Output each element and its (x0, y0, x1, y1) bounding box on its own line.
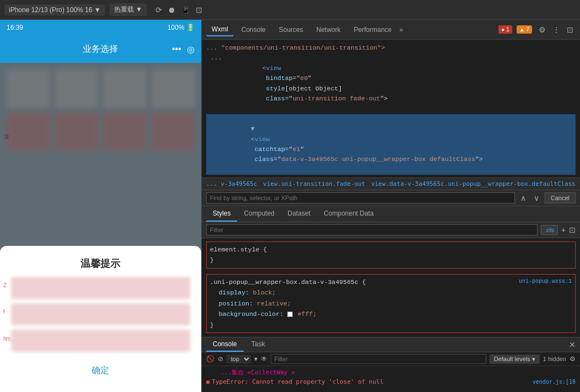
phone-status-bar: 16:39 100% 🔋 (0, 20, 201, 35)
modal-row-3 (11, 330, 190, 352)
console-eye-icon[interactable]: 👁 (261, 355, 267, 363)
xml-line-3-selected[interactable]: ▼ <view catchtap="e1" class="data-v-3a49… (206, 114, 576, 175)
styles-panel: Styles Computed Dataset Component Data .… (202, 206, 580, 337)
css-source-link-2[interactable]: uni-popup.wxss:1 (519, 277, 572, 286)
xml-code-area[interactable]: ... "components/uni-transition/uni-trans… (202, 40, 580, 178)
console-error-text: TypeError: Cannot read property 'close' … (212, 378, 383, 387)
console-context-select[interactable]: top (227, 355, 251, 363)
tab-wxml[interactable]: Wxml (206, 23, 234, 36)
device-label-text: iPhone 12/13 (Pro) 100% 16 ▼ (9, 6, 101, 14)
css-prop-background-color: background-color: #fff; (219, 309, 572, 320)
find-prev-button[interactable]: ∧ (518, 192, 528, 203)
css-selector-line-1: element.style { (210, 244, 572, 255)
styles-tabs: Styles Computed Dataset Component Data (202, 206, 580, 222)
css-close-brace-2: } (210, 320, 572, 331)
hotkey-button[interactable]: 热重载 ▼ (110, 3, 147, 16)
css-selector-line-2: uni-popup.wxss:1 .uni-popup__wrapper-box… (210, 277, 572, 288)
breadcrumb-bar: ... v-3a49565c view.uni-transition.fade-… (202, 178, 580, 190)
undock-icon[interactable]: ⊡ (567, 25, 573, 34)
toolbar-icons: ⟳ ⏺ 📱 ⊡ (155, 6, 202, 14)
phone-time: 16:39 (7, 24, 23, 31)
console-log-area: ...集合 <CollectWay > ● TypeError: Cannot … (202, 366, 580, 392)
modal-confirm-button[interactable]: 确定 (11, 361, 190, 381)
warning-count-badge: ▲ 7 (517, 25, 532, 34)
phone-header: 业务选择 ••• ◎ (0, 35, 201, 63)
console-dropdown-icon[interactable]: ▾ (254, 355, 257, 363)
css-rule-popup-wrapper: uni-popup.wxss:1 .uni-popup__wrapper-box… (206, 274, 576, 334)
devtools-panel: Wxml Console Sources Network Performance… (202, 20, 580, 392)
devtools-nav: Wxml Console Sources Network Performance… (202, 20, 580, 40)
error-count-badge: ● 1 (498, 25, 512, 34)
refresh-icon[interactable]: ⟳ (155, 6, 162, 14)
tab-component-data[interactable]: Component Data (317, 206, 380, 222)
record-icon[interactable]: ⏺ (168, 6, 175, 14)
target-icon[interactable]: ◎ (187, 44, 195, 55)
device-selector[interactable]: iPhone 12/13 (Pro) 100% 16 ▼ (4, 4, 105, 15)
modal-row-1 (11, 277, 190, 299)
modal-row-2 (11, 303, 190, 325)
console-toolbar: 🚫 ⊘ top ▾ 👁 Default levels ▾ 1 hidden ⚙ (202, 352, 580, 366)
console-clear-icon[interactable]: 🚫 (206, 355, 214, 363)
console-log-line-1: ...集合 <CollectWay > (206, 368, 576, 378)
styles-filter-input[interactable] (206, 224, 538, 235)
top-toolbar: iPhone 12/13 (Pro) 100% 16 ▼ 热重载 ▼ ⟳ ⏺ 📱… (0, 0, 580, 20)
split-icon[interactable]: ⊡ (196, 6, 202, 14)
console-error-line-1: ● TypeError: Cannot read property 'close… (206, 378, 576, 387)
console-settings-icon[interactable]: ⚙ (570, 355, 576, 363)
breadcrumb-item-3[interactable]: view.data-v-3a49565c.uni-popup__wrapper-… (371, 180, 576, 187)
tab-dataset[interactable]: Dataset (281, 206, 317, 222)
find-bar: ∧ ∨ Cancel (202, 190, 580, 206)
styles-filter-bar: .cls + ⊡ (202, 222, 580, 238)
find-input[interactable] (206, 192, 515, 203)
xml-line-2: ... <view bindtap="e0" style[object Obje… (206, 53, 576, 114)
css-rule-element-style: element.style { } (206, 241, 576, 269)
css-rules-area[interactable]: element.style { } uni-popup.wxss:1 .uni-… (202, 238, 580, 337)
color-swatch-fff[interactable] (287, 312, 293, 317)
more-options-icon[interactable]: ⋮ (552, 25, 560, 34)
cls-button[interactable]: .cls (541, 225, 558, 235)
breadcrumb-item-2[interactable]: view.uni-transition.fade-out (263, 180, 365, 187)
breadcrumb-item-1[interactable]: ... v-3a49565c (206, 180, 257, 187)
left-char-f: f (3, 309, 5, 315)
main-layout: 16:39 100% 🔋 业务选择 ••• ◎ (0, 20, 580, 392)
tab-styles[interactable]: Styles (206, 206, 238, 222)
console-default-levels-button[interactable]: Default levels ▾ (490, 355, 540, 364)
console-hidden-count: 1 hidden (543, 356, 566, 362)
tab-console[interactable]: Console (236, 24, 271, 36)
tab-console-bottom[interactable]: Console (206, 337, 244, 352)
find-cancel-button[interactable]: Cancel (545, 192, 576, 203)
modal-title: 温馨提示 (11, 257, 190, 270)
find-next-button[interactable]: ∨ (531, 192, 541, 203)
mobile-icon[interactable]: 📱 (181, 6, 190, 14)
add-style-button[interactable]: + (561, 225, 566, 234)
tab-performance[interactable]: Performance (348, 24, 398, 36)
tab-sources[interactable]: Sources (273, 24, 309, 36)
more-tabs-icon[interactable]: » (400, 26, 404, 34)
expand-button[interactable]: ⊡ (569, 225, 576, 234)
tab-task[interactable]: Task (245, 337, 272, 352)
phone-screen: 注 温馨提示 Z f h (0, 63, 201, 392)
console-close-button[interactable]: ✕ (569, 340, 576, 349)
css-prop-display: display: block; (219, 287, 572, 298)
battery-icon: 🔋 (186, 24, 195, 31)
phone-panel: 16:39 100% 🔋 业务选择 ••• ◎ (0, 20, 202, 392)
console-tabs: Console Task ✕ (202, 337, 580, 352)
css-prop-position: position: relative; (219, 298, 572, 309)
console-filter-icon[interactable]: ⊘ (218, 355, 223, 363)
tab-computed[interactable]: Computed (237, 206, 281, 222)
menu-icon[interactable]: ••• (172, 44, 181, 55)
phone-header-icons: ••• ◎ (172, 44, 195, 55)
console-filter-input[interactable] (271, 354, 486, 364)
settings-icon[interactable]: ⚙ (539, 25, 546, 34)
console-error-icon: ● (206, 378, 210, 387)
modal-overlay: 温馨提示 Z f hm。 (0, 63, 201, 392)
console-source-link[interactable]: vendor.js:[18 (533, 378, 576, 386)
modal-box: 温馨提示 Z f hm。 (0, 246, 201, 392)
xml-line-1: ... "components/uni-transition/uni-trans… (206, 43, 576, 53)
phone-page-title: 业务选择 (83, 44, 118, 55)
phone-battery: 100% 🔋 (168, 24, 195, 31)
modal-content: Z f hm。 (11, 277, 190, 352)
console-area: Console Task ✕ 🚫 ⊘ top ▾ 👁 Default level… (202, 337, 580, 392)
tab-network[interactable]: Network (311, 24, 346, 36)
css-close-brace-1: } (210, 255, 572, 266)
